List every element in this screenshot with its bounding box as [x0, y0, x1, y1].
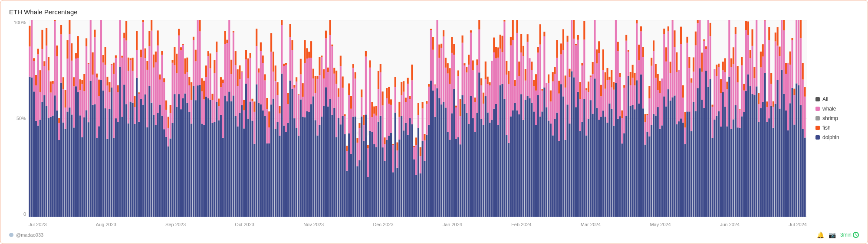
legend-label-whale: whale — [822, 106, 836, 112]
footer-right: 🔔 📷 3min — [817, 231, 859, 238]
legend-label-dolphin: dolphin — [822, 134, 839, 140]
legend: All whale shrimp fish dolphin — [807, 20, 859, 229]
legend-dot-fish — [815, 126, 820, 130]
x-label-aug23: Aug 2023 — [96, 222, 116, 227]
y-label-0: 0 — [23, 211, 26, 217]
legend-dot-all — [815, 97, 820, 101]
legend-dot-dolphin — [815, 135, 820, 140]
y-label-50: 50% — [16, 116, 26, 121]
x-label-oct23: Oct 2023 — [235, 222, 254, 227]
timer-badge: 3min — [840, 232, 859, 238]
camera-icon[interactable]: 📷 — [829, 231, 836, 238]
x-label-nov23: Nov 2023 — [303, 222, 324, 227]
chart-canvas — [29, 20, 807, 217]
legend-item-dolphin: dolphin — [815, 134, 859, 140]
x-label-mar24: Mar 2024 — [581, 222, 601, 227]
x-labels: Jul 2023 Aug 2023 Sep 2023 Oct 2023 Nov … — [29, 222, 807, 227]
timer-icon — [853, 232, 859, 238]
bars-container — [29, 20, 807, 217]
chart-area: 100% 50% 0 Jul 2023 Aug 2023 Sep 2023 Oc… — [9, 20, 859, 229]
footer-avatar-dot — [9, 233, 13, 237]
x-label-dec23: Dec 2023 — [373, 222, 393, 227]
bell-icon[interactable]: 🔔 — [817, 231, 824, 238]
legend-dot-whale — [815, 107, 820, 111]
x-axis: Jul 2023 Aug 2023 Sep 2023 Oct 2023 Nov … — [29, 217, 807, 229]
x-label-jul24: Jul 2024 — [789, 222, 807, 227]
x-label-jun24: Jun 2024 — [720, 222, 740, 227]
chart-title: ETH Whale Percentage — [9, 8, 859, 16]
footer-username: @madao033 — [16, 232, 43, 237]
legend-label-shrimp: shrimp — [822, 115, 838, 121]
x-label-jan24: Jan 2024 — [443, 222, 462, 227]
y-axis: 100% 50% 0 — [9, 20, 29, 229]
legend-label-all: All — [822, 96, 828, 102]
y-label-100: 100% — [14, 20, 26, 25]
timer-text: 3min — [840, 232, 852, 238]
main-container: ETH Whale Percentage 100% 50% 0 Jul 2023… — [0, 0, 868, 244]
footer-left: @madao033 — [9, 232, 43, 237]
x-label-jul23: Jul 2023 — [29, 222, 47, 227]
legend-item-whale: whale — [815, 106, 859, 112]
x-label-may24: May 2024 — [650, 222, 671, 227]
chart-main: Jul 2023 Aug 2023 Sep 2023 Oct 2023 Nov … — [29, 20, 807, 229]
legend-item-shrimp: shrimp — [815, 115, 859, 121]
legend-item-all: All — [815, 96, 859, 102]
x-label-sep23: Sep 2023 — [165, 222, 186, 227]
footer: @madao033 🔔 📷 3min — [9, 229, 859, 239]
legend-item-fish: fish — [815, 125, 859, 131]
x-label-feb24: Feb 2024 — [511, 222, 531, 227]
legend-dot-shrimp — [815, 116, 820, 120]
legend-label-fish: fish — [822, 125, 831, 131]
